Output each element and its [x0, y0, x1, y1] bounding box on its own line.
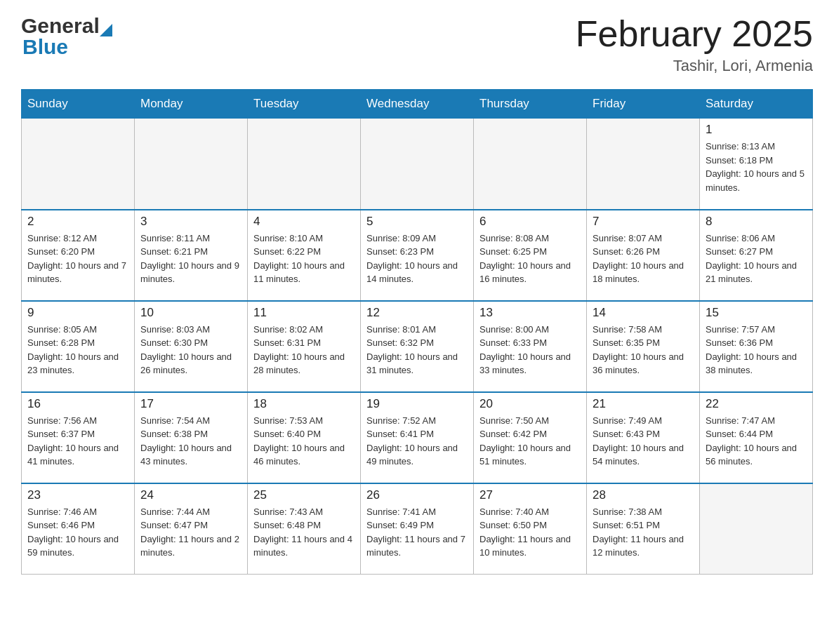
calendar-day-cell: 25Sunrise: 7:43 AMSunset: 6:48 PMDayligh…: [248, 483, 361, 575]
day-sun-info: Sunrise: 8:06 AMSunset: 6:27 PMDaylight:…: [706, 232, 807, 286]
calendar-day-cell: [22, 119, 135, 210]
logo-general-text: General: [21, 14, 100, 38]
logo-triangle-icon: [100, 24, 112, 36]
calendar-day-cell: 2Sunrise: 8:12 AMSunset: 6:20 PMDaylight…: [22, 210, 135, 301]
day-sun-info: Sunrise: 8:01 AMSunset: 6:32 PMDaylight:…: [366, 323, 468, 377]
day-number: 6: [479, 215, 581, 229]
day-sun-info: Sunrise: 7:50 AMSunset: 6:42 PMDaylight:…: [479, 414, 581, 469]
day-sun-info: Sunrise: 7:56 AMSunset: 6:37 PMDaylight:…: [27, 414, 128, 469]
day-number: 7: [593, 215, 694, 229]
weekday-header-sunday: Sunday: [22, 90, 135, 119]
day-number: 28: [593, 488, 694, 502]
day-number: 13: [479, 306, 581, 320]
calendar-day-cell: [135, 119, 248, 210]
location-text: Tashir, Lori, Armenia: [576, 57, 813, 75]
day-sun-info: Sunrise: 8:10 AMSunset: 6:22 PMDaylight:…: [253, 232, 355, 286]
day-sun-info: Sunrise: 8:12 AMSunset: 6:20 PMDaylight:…: [27, 232, 128, 286]
day-number: 24: [140, 488, 241, 502]
calendar-day-cell: 18Sunrise: 7:53 AMSunset: 6:40 PMDayligh…: [248, 392, 361, 483]
calendar-day-cell: 19Sunrise: 7:52 AMSunset: 6:41 PMDayligh…: [361, 392, 474, 483]
day-sun-info: Sunrise: 8:00 AMSunset: 6:33 PMDaylight:…: [479, 323, 581, 377]
calendar-day-cell: [587, 119, 700, 210]
calendar-day-cell: 5Sunrise: 8:09 AMSunset: 6:23 PMDaylight…: [361, 210, 474, 301]
day-sun-info: Sunrise: 7:53 AMSunset: 6:40 PMDaylight:…: [253, 414, 355, 469]
calendar-day-cell: 3Sunrise: 8:11 AMSunset: 6:21 PMDaylight…: [135, 210, 248, 301]
calendar-day-cell: 20Sunrise: 7:50 AMSunset: 6:42 PMDayligh…: [474, 392, 587, 483]
logo-blue-text: Blue: [22, 35, 68, 58]
day-sun-info: Sunrise: 7:47 AMSunset: 6:44 PMDaylight:…: [706, 414, 807, 469]
day-number: 23: [27, 488, 128, 502]
calendar-day-cell: 21Sunrise: 7:49 AMSunset: 6:43 PMDayligh…: [587, 392, 700, 483]
page-header: General Blue February 2025 Tashir, Lori,…: [21, 14, 813, 75]
day-number: 17: [140, 397, 241, 411]
calendar-day-cell: 4Sunrise: 8:10 AMSunset: 6:22 PMDaylight…: [248, 210, 361, 301]
calendar-day-cell: [248, 119, 361, 210]
calendar-day-cell: 7Sunrise: 8:07 AMSunset: 6:26 PMDaylight…: [587, 210, 700, 301]
calendar-day-cell: [700, 483, 813, 575]
day-number: 5: [366, 215, 468, 229]
calendar-day-cell: 16Sunrise: 7:56 AMSunset: 6:37 PMDayligh…: [22, 392, 135, 483]
calendar-week-row: 16Sunrise: 7:56 AMSunset: 6:37 PMDayligh…: [22, 392, 813, 483]
day-sun-info: Sunrise: 8:13 AMSunset: 6:18 PMDaylight:…: [706, 140, 807, 194]
day-sun-info: Sunrise: 8:05 AMSunset: 6:28 PMDaylight:…: [27, 323, 128, 377]
calendar-day-cell: 27Sunrise: 7:40 AMSunset: 6:50 PMDayligh…: [474, 483, 587, 575]
calendar-day-cell: [361, 119, 474, 210]
day-sun-info: Sunrise: 8:07 AMSunset: 6:26 PMDaylight:…: [593, 232, 694, 286]
calendar-day-cell: 17Sunrise: 7:54 AMSunset: 6:38 PMDayligh…: [135, 392, 248, 483]
calendar-day-cell: 26Sunrise: 7:41 AMSunset: 6:49 PMDayligh…: [361, 483, 474, 575]
calendar-day-cell: 10Sunrise: 8:03 AMSunset: 6:30 PMDayligh…: [135, 301, 248, 392]
day-number: 9: [27, 306, 128, 320]
weekday-header-tuesday: Tuesday: [248, 90, 361, 119]
day-number: 18: [253, 397, 355, 411]
calendar-day-cell: 8Sunrise: 8:06 AMSunset: 6:27 PMDaylight…: [700, 210, 813, 301]
day-number: 22: [706, 397, 807, 411]
calendar-day-cell: 15Sunrise: 7:57 AMSunset: 6:36 PMDayligh…: [700, 301, 813, 392]
day-sun-info: Sunrise: 7:41 AMSunset: 6:49 PMDaylight:…: [366, 505, 468, 560]
weekday-header-saturday: Saturday: [700, 90, 813, 119]
day-sun-info: Sunrise: 7:43 AMSunset: 6:48 PMDaylight:…: [253, 505, 355, 560]
day-number: 21: [593, 397, 694, 411]
day-sun-info: Sunrise: 8:11 AMSunset: 6:21 PMDaylight:…: [140, 232, 241, 286]
title-area: February 2025 Tashir, Lori, Armenia: [576, 14, 813, 75]
calendar-week-row: 23Sunrise: 7:46 AMSunset: 6:46 PMDayligh…: [22, 483, 813, 575]
day-sun-info: Sunrise: 8:09 AMSunset: 6:23 PMDaylight:…: [366, 232, 468, 286]
month-title: February 2025: [576, 14, 813, 54]
calendar-day-cell: 12Sunrise: 8:01 AMSunset: 6:32 PMDayligh…: [361, 301, 474, 392]
weekday-header-friday: Friday: [587, 90, 700, 119]
day-sun-info: Sunrise: 8:02 AMSunset: 6:31 PMDaylight:…: [253, 323, 355, 377]
calendar-day-cell: 28Sunrise: 7:38 AMSunset: 6:51 PMDayligh…: [587, 483, 700, 575]
day-sun-info: Sunrise: 7:54 AMSunset: 6:38 PMDaylight:…: [140, 414, 241, 469]
weekday-header-row: SundayMondayTuesdayWednesdayThursdayFrid…: [22, 90, 813, 119]
calendar-day-cell: 13Sunrise: 8:00 AMSunset: 6:33 PMDayligh…: [474, 301, 587, 392]
day-sun-info: Sunrise: 7:46 AMSunset: 6:46 PMDaylight:…: [27, 505, 128, 560]
calendar-week-row: 9Sunrise: 8:05 AMSunset: 6:28 PMDaylight…: [22, 301, 813, 392]
day-number: 20: [479, 397, 581, 411]
day-number: 16: [27, 397, 128, 411]
day-sun-info: Sunrise: 7:57 AMSunset: 6:36 PMDaylight:…: [706, 323, 807, 377]
calendar-day-cell: 1Sunrise: 8:13 AMSunset: 6:18 PMDaylight…: [700, 119, 813, 210]
day-sun-info: Sunrise: 7:52 AMSunset: 6:41 PMDaylight:…: [366, 414, 468, 469]
calendar-day-cell: 9Sunrise: 8:05 AMSunset: 6:28 PMDaylight…: [22, 301, 135, 392]
day-number: 8: [706, 215, 807, 229]
calendar-day-cell: 11Sunrise: 8:02 AMSunset: 6:31 PMDayligh…: [248, 301, 361, 392]
day-sun-info: Sunrise: 7:58 AMSunset: 6:35 PMDaylight:…: [593, 323, 694, 377]
day-number: 12: [366, 306, 468, 320]
day-sun-info: Sunrise: 7:40 AMSunset: 6:50 PMDaylight:…: [479, 505, 581, 560]
day-number: 25: [253, 488, 355, 502]
day-number: 10: [140, 306, 241, 320]
day-sun-info: Sunrise: 8:08 AMSunset: 6:25 PMDaylight:…: [479, 232, 581, 286]
calendar-week-row: 2Sunrise: 8:12 AMSunset: 6:20 PMDaylight…: [22, 210, 813, 301]
weekday-header-wednesday: Wednesday: [361, 90, 474, 119]
day-number: 3: [140, 215, 241, 229]
day-sun-info: Sunrise: 8:03 AMSunset: 6:30 PMDaylight:…: [140, 323, 241, 377]
day-number: 2: [27, 215, 128, 229]
weekday-header-thursday: Thursday: [474, 90, 587, 119]
day-number: 15: [706, 306, 807, 320]
day-number: 14: [593, 306, 694, 320]
day-number: 26: [366, 488, 468, 502]
day-number: 27: [479, 488, 581, 502]
day-number: 11: [253, 306, 355, 320]
day-number: 19: [366, 397, 468, 411]
calendar-week-row: 1Sunrise: 8:13 AMSunset: 6:18 PMDaylight…: [22, 119, 813, 210]
calendar-day-cell: 14Sunrise: 7:58 AMSunset: 6:35 PMDayligh…: [587, 301, 700, 392]
